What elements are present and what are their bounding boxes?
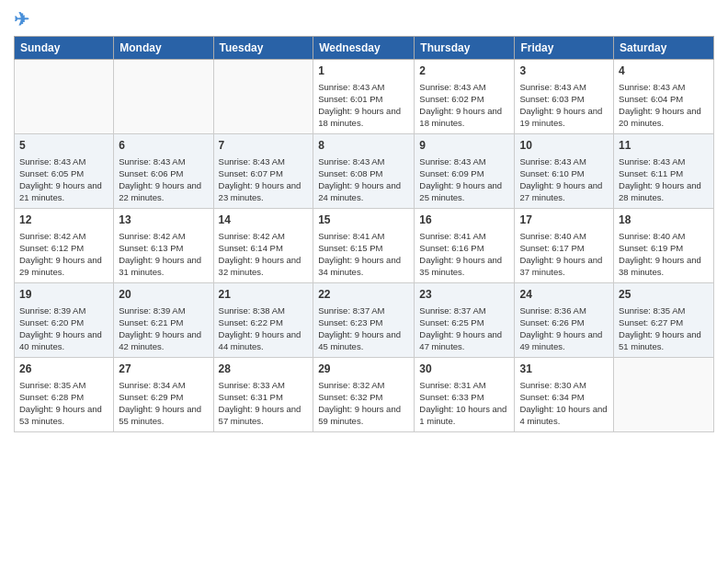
day-cell-15: 15Sunrise: 8:41 AM Sunset: 6:15 PM Dayli…	[313, 208, 415, 282]
day-number-9: 9	[419, 138, 509, 154]
day-number-24: 24	[519, 287, 609, 303]
day-number-13: 13	[119, 213, 208, 228]
day-number-8: 8	[318, 138, 409, 154]
day-info-23: Sunrise: 8:37 AM Sunset: 6:25 PM Dayligh…	[419, 304, 509, 353]
day-cell-23: 23Sunrise: 8:37 AM Sunset: 6:25 PM Dayli…	[415, 282, 515, 357]
day-info-25: Sunrise: 8:35 AM Sunset: 6:27 PM Dayligh…	[619, 304, 709, 353]
weekday-tuesday: Tuesday	[213, 36, 313, 59]
day-info-20: Sunrise: 8:39 AM Sunset: 6:21 PM Dayligh…	[119, 304, 208, 353]
day-cell-20: 20Sunrise: 8:39 AM Sunset: 6:21 PM Dayli…	[114, 282, 213, 357]
day-cell-17: 17Sunrise: 8:40 AM Sunset: 6:17 PM Dayli…	[515, 208, 614, 282]
weekday-monday: Monday	[114, 36, 213, 59]
day-info-15: Sunrise: 8:41 AM Sunset: 6:15 PM Dayligh…	[318, 230, 409, 279]
day-number-11: 11	[619, 138, 709, 154]
day-number-2: 2	[419, 63, 509, 79]
day-cell-9: 9Sunrise: 8:43 AM Sunset: 6:09 PM Daylig…	[415, 133, 515, 208]
day-cell-2: 2Sunrise: 8:43 AM Sunset: 6:02 PM Daylig…	[415, 59, 515, 133]
day-number-15: 15	[318, 213, 409, 228]
day-cell-6: 6Sunrise: 8:43 AM Sunset: 6:06 PM Daylig…	[114, 133, 213, 208]
day-cell-13: 13Sunrise: 8:42 AM Sunset: 6:13 PM Dayli…	[114, 208, 213, 282]
day-cell-10: 10Sunrise: 8:43 AM Sunset: 6:10 PM Dayli…	[515, 133, 614, 208]
day-info-22: Sunrise: 8:37 AM Sunset: 6:23 PM Dayligh…	[318, 304, 409, 353]
day-number-18: 18	[619, 213, 709, 228]
empty-cell	[614, 357, 714, 431]
day-number-30: 30	[419, 362, 509, 377]
week-row-5: 26Sunrise: 8:35 AM Sunset: 6:28 PM Dayli…	[15, 357, 714, 431]
calendar-body: 1Sunrise: 8:43 AM Sunset: 6:01 PM Daylig…	[15, 59, 714, 431]
day-cell-4: 4Sunrise: 8:43 AM Sunset: 6:04 PM Daylig…	[614, 59, 714, 133]
day-info-5: Sunrise: 8:43 AM Sunset: 6:05 PM Dayligh…	[19, 155, 108, 204]
day-info-19: Sunrise: 8:39 AM Sunset: 6:20 PM Dayligh…	[19, 304, 108, 353]
day-info-12: Sunrise: 8:42 AM Sunset: 6:12 PM Dayligh…	[19, 230, 108, 279]
day-info-4: Sunrise: 8:43 AM Sunset: 6:04 PM Dayligh…	[619, 81, 709, 130]
day-cell-24: 24Sunrise: 8:36 AM Sunset: 6:26 PM Dayli…	[515, 282, 614, 357]
day-cell-29: 29Sunrise: 8:32 AM Sunset: 6:32 PM Dayli…	[313, 357, 415, 431]
day-number-7: 7	[219, 138, 309, 154]
weekday-saturday: Saturday	[614, 36, 714, 59]
day-cell-3: 3Sunrise: 8:43 AM Sunset: 6:03 PM Daylig…	[515, 59, 614, 133]
day-cell-28: 28Sunrise: 8:33 AM Sunset: 6:31 PM Dayli…	[213, 357, 313, 431]
day-cell-1: 1Sunrise: 8:43 AM Sunset: 6:01 PM Daylig…	[313, 59, 415, 133]
day-cell-25: 25Sunrise: 8:35 AM Sunset: 6:27 PM Dayli…	[614, 282, 714, 357]
day-cell-8: 8Sunrise: 8:43 AM Sunset: 6:08 PM Daylig…	[313, 133, 415, 208]
day-number-25: 25	[619, 287, 709, 303]
day-number-20: 20	[119, 287, 208, 303]
day-number-22: 22	[318, 287, 409, 303]
day-info-17: Sunrise: 8:40 AM Sunset: 6:17 PM Dayligh…	[519, 230, 609, 279]
weekday-wednesday: Wednesday	[313, 36, 415, 59]
week-row-4: 19Sunrise: 8:39 AM Sunset: 6:20 PM Dayli…	[15, 282, 714, 357]
day-number-31: 31	[519, 362, 609, 377]
day-info-13: Sunrise: 8:42 AM Sunset: 6:13 PM Dayligh…	[119, 230, 208, 279]
day-cell-18: 18Sunrise: 8:40 AM Sunset: 6:19 PM Dayli…	[614, 208, 714, 282]
day-info-31: Sunrise: 8:30 AM Sunset: 6:34 PM Dayligh…	[519, 379, 609, 428]
day-info-10: Sunrise: 8:43 AM Sunset: 6:10 PM Dayligh…	[519, 155, 609, 204]
day-cell-12: 12Sunrise: 8:42 AM Sunset: 6:12 PM Dayli…	[15, 208, 114, 282]
page-container: ✈ SundayMondayTuesdayWednesdayThursdayFr…	[0, 0, 728, 442]
header: ✈	[14, 9, 714, 30]
day-cell-21: 21Sunrise: 8:38 AM Sunset: 6:22 PM Dayli…	[213, 282, 313, 357]
day-cell-11: 11Sunrise: 8:43 AM Sunset: 6:11 PM Dayli…	[614, 133, 714, 208]
day-info-21: Sunrise: 8:38 AM Sunset: 6:22 PM Dayligh…	[219, 304, 309, 353]
day-cell-16: 16Sunrise: 8:41 AM Sunset: 6:16 PM Dayli…	[415, 208, 515, 282]
day-number-27: 27	[119, 362, 208, 377]
day-number-26: 26	[19, 362, 108, 377]
day-cell-30: 30Sunrise: 8:31 AM Sunset: 6:33 PM Dayli…	[415, 357, 515, 431]
week-row-3: 12Sunrise: 8:42 AM Sunset: 6:12 PM Dayli…	[15, 208, 714, 282]
day-info-24: Sunrise: 8:36 AM Sunset: 6:26 PM Dayligh…	[519, 304, 609, 353]
day-info-26: Sunrise: 8:35 AM Sunset: 6:28 PM Dayligh…	[19, 379, 108, 428]
day-number-19: 19	[19, 287, 108, 303]
empty-cell	[114, 59, 213, 133]
day-info-6: Sunrise: 8:43 AM Sunset: 6:06 PM Dayligh…	[119, 155, 208, 204]
day-number-12: 12	[19, 213, 108, 228]
day-info-14: Sunrise: 8:42 AM Sunset: 6:14 PM Dayligh…	[219, 230, 309, 279]
weekday-sunday: Sunday	[15, 36, 114, 59]
day-cell-19: 19Sunrise: 8:39 AM Sunset: 6:20 PM Dayli…	[15, 282, 114, 357]
day-cell-22: 22Sunrise: 8:37 AM Sunset: 6:23 PM Dayli…	[313, 282, 415, 357]
weekday-friday: Friday	[515, 36, 614, 59]
empty-cell	[15, 59, 114, 133]
day-info-1: Sunrise: 8:43 AM Sunset: 6:01 PM Dayligh…	[318, 81, 409, 130]
day-info-9: Sunrise: 8:43 AM Sunset: 6:09 PM Dayligh…	[419, 155, 509, 204]
day-cell-27: 27Sunrise: 8:34 AM Sunset: 6:29 PM Dayli…	[114, 357, 213, 431]
day-info-18: Sunrise: 8:40 AM Sunset: 6:19 PM Dayligh…	[619, 230, 709, 279]
day-info-7: Sunrise: 8:43 AM Sunset: 6:07 PM Dayligh…	[219, 155, 309, 204]
day-number-1: 1	[318, 63, 409, 79]
logo: ✈	[14, 9, 29, 30]
week-row-2: 5Sunrise: 8:43 AM Sunset: 6:05 PM Daylig…	[15, 133, 714, 208]
calendar-header: SundayMondayTuesdayWednesdayThursdayFrid…	[15, 36, 714, 59]
day-number-23: 23	[419, 287, 509, 303]
day-cell-14: 14Sunrise: 8:42 AM Sunset: 6:14 PM Dayli…	[213, 208, 313, 282]
day-info-30: Sunrise: 8:31 AM Sunset: 6:33 PM Dayligh…	[419, 379, 509, 428]
day-number-4: 4	[619, 63, 709, 79]
day-info-2: Sunrise: 8:43 AM Sunset: 6:02 PM Dayligh…	[419, 81, 509, 130]
day-info-11: Sunrise: 8:43 AM Sunset: 6:11 PM Dayligh…	[619, 155, 709, 204]
day-number-21: 21	[219, 287, 309, 303]
day-info-3: Sunrise: 8:43 AM Sunset: 6:03 PM Dayligh…	[519, 81, 609, 130]
day-info-16: Sunrise: 8:41 AM Sunset: 6:16 PM Dayligh…	[419, 230, 509, 279]
day-info-28: Sunrise: 8:33 AM Sunset: 6:31 PM Dayligh…	[219, 379, 309, 428]
day-number-28: 28	[219, 362, 309, 377]
day-number-5: 5	[19, 138, 108, 154]
day-cell-5: 5Sunrise: 8:43 AM Sunset: 6:05 PM Daylig…	[15, 133, 114, 208]
day-info-29: Sunrise: 8:32 AM Sunset: 6:32 PM Dayligh…	[318, 379, 409, 428]
day-number-6: 6	[119, 138, 208, 154]
